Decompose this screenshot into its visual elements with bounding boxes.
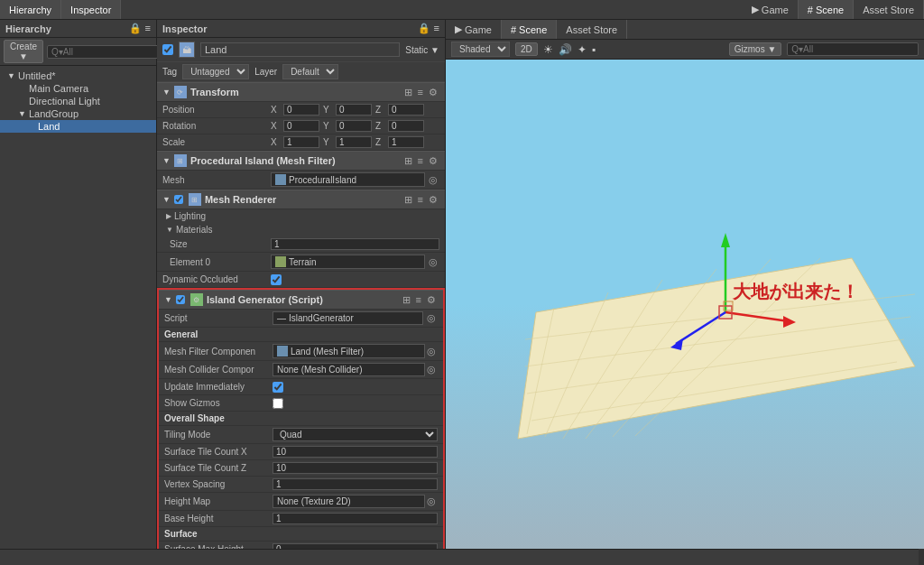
layer-dropdown[interactable]: Default [282, 64, 338, 79]
audio-icon[interactable]: 🔊 [559, 43, 572, 56]
script-label: Script [164, 313, 273, 323]
island-gen-gear-icon[interactable]: ⚙ [425, 294, 438, 306]
tab-scene[interactable]: # Scene [799, 0, 854, 19]
hierarchy-search-input[interactable] [47, 45, 171, 59]
mesh-asset-value: ProceduralIsland [289, 175, 356, 185]
base-height-input[interactable] [273, 513, 438, 524]
menu-icon[interactable]: ≡ [145, 23, 151, 34]
viewport-area: ▶ Game # Scene Asset Store Shaded 2D ☀ 🔊… [446, 20, 924, 549]
mesh-filter-gear-icon[interactable]: ⚙ [427, 155, 439, 167]
mesh-renderer-menu-icon[interactable]: ≡ [416, 194, 425, 206]
surface-tile-x-input[interactable] [273, 446, 438, 458]
rot-y-input[interactable] [336, 120, 372, 132]
height-map-target[interactable]: ◎ [425, 496, 438, 507]
tab-inspector[interactable]: Inspector [61, 0, 121, 19]
gizmos-button[interactable]: Gizmos ▼ [729, 42, 782, 56]
tab-asset-store[interactable]: Asset Store [854, 0, 924, 19]
static-label: Static ▼ [405, 45, 439, 55]
sun-icon[interactable]: ☀ [543, 43, 553, 56]
object-icon: 🏔 [179, 42, 195, 58]
lighting-subsection[interactable]: ▶ Lighting [157, 209, 445, 223]
inspector-menu-icon[interactable]: ≡ [434, 23, 439, 34]
scene-search-input[interactable] [787, 42, 919, 56]
materials-subsection[interactable]: ▼ Materials [157, 223, 445, 236]
height-map-ref[interactable]: None (Texture 2D) [273, 495, 425, 508]
mesh-collider-comp-target[interactable]: ◎ [425, 364, 438, 375]
transform-gear-icon[interactable]: ⚙ [427, 87, 439, 98]
script-target-icon[interactable]: ◎ [425, 312, 438, 324]
mesh-renderer-header[interactable]: ▼ ⊞ Mesh Renderer ⊞ ≡ ⚙ [157, 190, 445, 209]
hierarchy-item-land-group[interactable]: ▼ LandGroup [0, 107, 156, 120]
size-input[interactable] [271, 238, 439, 250]
hierarchy-item-directional-light[interactable]: Directional Light [0, 95, 156, 107]
island-gen-snap-icon[interactable]: ⊞ [401, 294, 412, 306]
rot-z-input[interactable] [388, 120, 424, 132]
create-button[interactable]: Create ▼ [4, 40, 43, 63]
effects-icon[interactable]: ✦ [578, 43, 587, 56]
mesh-filter-snap-icon[interactable]: ⊞ [402, 155, 414, 167]
island-gen-header[interactable]: ▼ ⚙ Island Generator (Script) ⊞ ≡ ⚙ [159, 290, 443, 310]
show-gizmos-label: Show Gizmos [164, 398, 273, 408]
viewport-canvas[interactable]: 大地が出来た！ [446, 60, 924, 549]
mesh-asset-ref[interactable]: ProceduralIsland [271, 172, 425, 187]
mesh-filter-menu-icon[interactable]: ≡ [416, 155, 425, 167]
shading-dropdown[interactable]: Shaded [451, 42, 510, 57]
surface-tile-z-input[interactable] [273, 462, 438, 474]
pos-y-input[interactable] [336, 104, 372, 116]
rot-x-input[interactable] [283, 120, 319, 132]
scale-x-input[interactable] [283, 136, 319, 148]
mesh-collider-comp-label: Mesh Collider Compor [164, 365, 273, 375]
transform-snap-icon[interactable]: ⊞ [402, 87, 414, 98]
mesh-target-icon[interactable]: ◎ [427, 174, 439, 186]
hierarchy-toolbar: Create ▼ [0, 38, 156, 66]
scale-y-label: Y [323, 137, 332, 147]
asset-store-vp-label: Asset Store [566, 24, 617, 35]
vp-tab-scene[interactable]: # Scene [502, 20, 557, 39]
inspector-header: Inspector 🔒 ≡ [157, 20, 445, 38]
island-gen-active-checkbox[interactable] [176, 295, 185, 304]
mesh-collider-comp-ref[interactable]: None (Mesh Collider) [273, 363, 425, 376]
vp-tab-game[interactable]: ▶ Game [446, 20, 502, 39]
mesh-filter-comp-ref[interactable]: Land (Mesh Filter) [273, 344, 425, 358]
object-active-checkbox[interactable] [162, 44, 173, 55]
mesh-renderer-gear-icon[interactable]: ⚙ [427, 194, 439, 206]
japanese-text-overlay: 大地が出来た！ [733, 280, 859, 304]
vertex-spacing-input[interactable] [273, 478, 438, 490]
vp-tab-asset-store[interactable]: Asset Store [557, 20, 627, 39]
inspector-lock-icon[interactable]: 🔒 [418, 23, 430, 34]
pos-x-input[interactable] [283, 104, 319, 116]
vertex-spacing-row: Vertex Spacing [159, 477, 443, 493]
hierarchy-item-land[interactable]: Land [0, 120, 156, 133]
hierarchy-item-untitled[interactable]: ▼ Untitled* [0, 69, 156, 82]
inspector-content: 🏔 Static ▼ Tag Untagged Layer Default ▼ [157, 38, 445, 549]
element0-target-icon[interactable]: ◎ [427, 256, 439, 268]
mesh-filter-header[interactable]: ▼ ⊞ Procedural Island (Mesh Filter) ⊞ ≡ … [157, 151, 445, 171]
tag-dropdown[interactable]: Untagged [182, 64, 249, 79]
pos-z-input[interactable] [388, 104, 424, 116]
tab-game[interactable]: ▶ Game [743, 0, 799, 19]
aspect-icon[interactable]: ▪ [592, 43, 596, 56]
object-name-input[interactable] [200, 42, 400, 57]
scale-y-input[interactable] [336, 136, 372, 148]
hierarchy-item-main-camera[interactable]: Main Camera [0, 82, 156, 95]
y-axis-arrow [721, 233, 730, 247]
update-immediately-checkbox[interactable] [273, 382, 283, 393]
lock-icon[interactable]: 🔒 [129, 23, 142, 34]
tab-hierarchy[interactable]: Hierarchy [0, 0, 61, 19]
tiling-mode-dropdown[interactable]: Quad [273, 428, 438, 441]
transform-header[interactable]: ▼ ⟳ Transform ⊞ ≡ ⚙ [157, 82, 445, 102]
show-gizmos-checkbox[interactable] [273, 398, 283, 409]
element0-asset-ref[interactable]: Terrain [271, 255, 425, 269]
script-dash: — [277, 313, 286, 323]
mesh-renderer-active-checkbox[interactable] [174, 195, 183, 204]
mesh-renderer-snap-icon[interactable]: ⊞ [402, 194, 414, 206]
mesh-filter-comp-target[interactable]: ◎ [425, 346, 438, 357]
mesh-filter-btns: ⊞ ≡ ⚙ [402, 155, 439, 167]
element0-label: Element 0 [162, 257, 271, 267]
script-asset-ref[interactable]: — IslandGenerator [273, 311, 423, 325]
2d-button[interactable]: 2D [515, 42, 538, 56]
transform-menu-icon[interactable]: ≡ [416, 87, 425, 98]
dynamic-occluded-checkbox[interactable] [271, 274, 282, 285]
scale-z-input[interactable] [388, 136, 424, 148]
island-gen-menu-icon[interactable]: ≡ [414, 294, 423, 306]
